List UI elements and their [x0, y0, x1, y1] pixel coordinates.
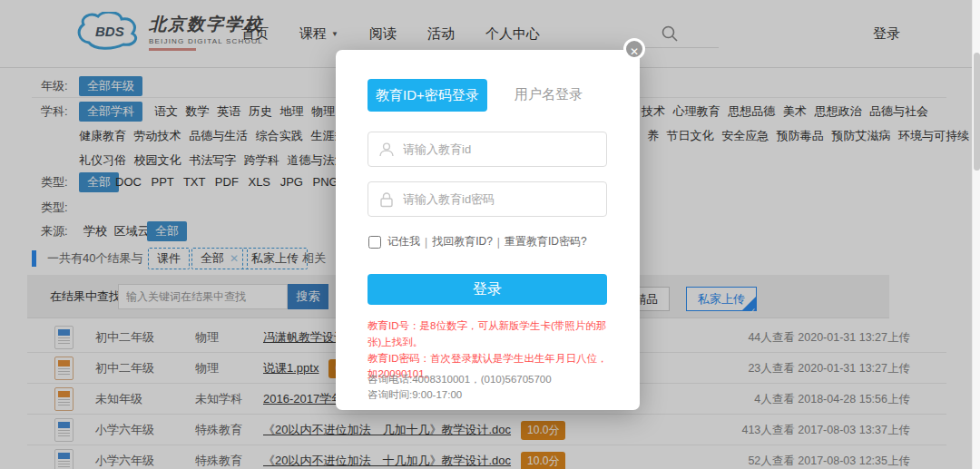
remember-me-checkbox[interactable]	[368, 236, 381, 249]
remember-me-label: 记住我	[387, 234, 420, 249]
tab-education-id-login[interactable]: 教育ID+密码登录	[368, 79, 487, 112]
lock-icon	[377, 191, 396, 209]
reset-password-link[interactable]: 重置教育ID密码?	[505, 234, 587, 249]
login-modal: ✕ 教育ID+密码登录 用户名登录 记住我 | 找回教育ID? | 重置教育ID…	[336, 50, 640, 410]
user-icon	[377, 141, 396, 159]
close-icon[interactable]: ✕	[623, 38, 645, 60]
find-education-id-link[interactable]: 找回教育ID?	[432, 234, 493, 249]
login-submit-button[interactable]: 登录	[368, 274, 607, 305]
password-input[interactable]	[403, 182, 598, 216]
education-id-field-wrap	[368, 132, 607, 167]
contact-phone: 咨询电话:4008310001，(010)56705700	[368, 372, 614, 387]
remember-row: 记住我 | 找回教育ID? | 重置教育ID密码?	[368, 234, 587, 249]
contact-info: 咨询电话:4008310001，(010)56705700 咨询时间:9:00-…	[368, 372, 614, 404]
education-id-input[interactable]	[403, 132, 598, 166]
password-field-wrap	[368, 181, 607, 217]
scrollbar-track	[972, 0, 980, 469]
page: BDS 北京数字学校 BEIJING DIGITAL SCHOOL 首页 课程▼…	[0, 0, 980, 469]
separator: |	[497, 236, 500, 249]
hint-line-1: 教育ID号：是8位数字，可从新版学生卡(带照片的那张)上找到。	[368, 318, 614, 351]
scrollbar-thumb[interactable]	[974, 53, 980, 171]
tab-username-login[interactable]: 用户名登录	[514, 86, 583, 103]
contact-hours: 咨询时间:9:00-17:00	[368, 387, 614, 403]
separator: |	[425, 236, 427, 249]
